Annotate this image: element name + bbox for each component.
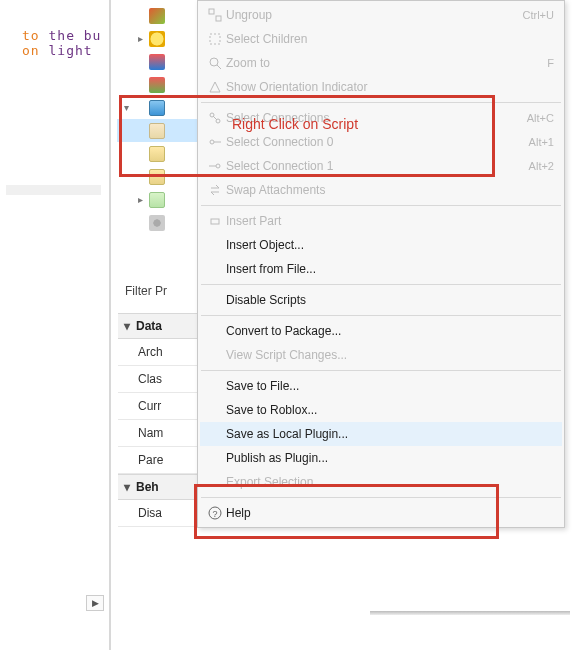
property-row[interactable]: Clas: [118, 366, 208, 393]
property-row[interactable]: Pare: [118, 447, 208, 474]
chevron-right-icon[interactable]: ▸: [135, 194, 146, 205]
svg-rect-1: [216, 16, 221, 21]
svg-text:?: ?: [212, 509, 217, 519]
blank-icon: [204, 347, 226, 363]
menu-item-show-orientation: Show Orientation Indicator: [200, 75, 562, 99]
menu-label: Select Connections: [226, 111, 519, 125]
property-row[interactable]: Nam: [118, 420, 208, 447]
menu-item-select-connection-1: Select Connection 1 Alt+2: [200, 154, 562, 178]
blank-icon: [204, 323, 226, 339]
menu-shortcut: F: [539, 57, 554, 69]
collapse-handle[interactable]: ▶: [86, 595, 104, 611]
menu-shortcut: Alt+2: [521, 160, 554, 172]
menu-item-insert-part: Insert Part: [200, 209, 562, 233]
code-editor-snippet: to the bu on light: [22, 28, 101, 58]
menu-item-export-selection: Export Selection...: [200, 470, 562, 494]
property-row[interactable]: Arch: [118, 339, 208, 366]
editor-grey-strip: [6, 185, 101, 195]
gear-icon: [149, 215, 165, 231]
property-row[interactable]: Disa: [118, 500, 208, 527]
property-row[interactable]: Curr: [118, 393, 208, 420]
connection1-icon: [204, 158, 226, 174]
tree-item[interactable]: ▸: [117, 188, 207, 211]
properties-panel: ▾Data Arch Clas Curr Nam Pare ▾Beh Disa: [118, 313, 208, 527]
menu-shadow: [370, 611, 570, 615]
blank-icon: [204, 237, 226, 253]
menu-item-convert-to-package[interactable]: Convert to Package...: [200, 319, 562, 343]
select-children-icon: [204, 31, 226, 47]
menu-shortcut: Alt+C: [519, 112, 554, 124]
svg-line-4: [217, 65, 221, 69]
tree-item[interactable]: [117, 4, 207, 27]
blank-icon: [204, 378, 226, 394]
menu-label: Ungroup: [226, 8, 515, 22]
property-section[interactable]: ▾Data: [118, 313, 208, 339]
menu-item-ungroup: Ungroup Ctrl+U: [200, 3, 562, 27]
property-section[interactable]: ▾Beh: [118, 474, 208, 500]
svg-rect-0: [209, 9, 214, 14]
blank-icon: [204, 474, 226, 490]
panel-divider: [109, 0, 111, 650]
menu-label: Select Connection 0: [226, 135, 521, 149]
tree-item[interactable]: ▾: [117, 96, 207, 119]
folder-icon: [149, 146, 165, 162]
connection0-icon: [204, 134, 226, 150]
menu-label: Swap Attachments: [226, 183, 554, 197]
menu-separator: [201, 370, 561, 371]
menu-shortcut: Ctrl+U: [515, 9, 554, 21]
folder-icon: [149, 192, 165, 208]
screen-icon: [149, 100, 165, 116]
tree-item[interactable]: [117, 73, 207, 96]
svg-point-8: [210, 140, 214, 144]
script-icon: [149, 123, 165, 139]
menu-item-save-to-file[interactable]: Save to File...: [200, 374, 562, 398]
menu-label: Show Orientation Indicator: [226, 80, 554, 94]
svg-line-7: [213, 116, 217, 120]
menu-label: Convert to Package...: [226, 324, 554, 338]
menu-separator: [201, 102, 561, 103]
menu-label: Publish as Plugin...: [226, 451, 554, 465]
menu-item-save-as-local-plugin[interactable]: Save as Local Plugin...: [200, 422, 562, 446]
menu-item-select-connections: Select Connections Alt+C: [200, 106, 562, 130]
box-icon: [149, 54, 165, 70]
blank-icon: [204, 402, 226, 418]
filter-properties-input[interactable]: Filter Pr: [125, 284, 167, 298]
people-icon: [149, 8, 165, 24]
menu-separator: [201, 315, 561, 316]
menu-label: Select Children: [226, 32, 554, 46]
menu-item-insert-object[interactable]: Insert Object...: [200, 233, 562, 257]
menu-item-insert-from-file[interactable]: Insert from File...: [200, 257, 562, 281]
menu-separator: [201, 205, 561, 206]
blank-icon: [204, 292, 226, 308]
blank-icon: [204, 426, 226, 442]
menu-item-disable-scripts[interactable]: Disable Scripts: [200, 288, 562, 312]
tree-item[interactable]: [117, 50, 207, 73]
menu-item-save-to-roblox[interactable]: Save to Roblox...: [200, 398, 562, 422]
menu-item-view-script-changes: View Script Changes...: [200, 343, 562, 367]
menu-item-publish-as-plugin[interactable]: Publish as Plugin...: [200, 446, 562, 470]
swap-icon: [204, 182, 226, 198]
blank-icon: [204, 450, 226, 466]
context-menu: Ungroup Ctrl+U Select Children Zoom to F…: [197, 0, 565, 528]
section-label: Data: [136, 319, 162, 333]
bulb-icon: [149, 31, 165, 47]
menu-label: Export Selection...: [226, 475, 554, 489]
menu-item-help[interactable]: ? Help: [200, 501, 562, 525]
tree-item-selected[interactable]: [117, 119, 207, 142]
menu-label: Select Connection 1: [226, 159, 521, 173]
tree-item[interactable]: [117, 165, 207, 188]
chevron-down-icon[interactable]: ▾: [121, 102, 132, 113]
tree-item[interactable]: ▸: [117, 27, 207, 50]
tree-item[interactable]: [117, 211, 207, 234]
menu-item-select-children: Select Children: [200, 27, 562, 51]
orientation-icon: [204, 79, 226, 95]
menu-item-swap-attachments: Swap Attachments: [200, 178, 562, 202]
menu-label: Insert Object...: [226, 238, 554, 252]
svg-rect-2: [210, 34, 220, 44]
insert-part-icon: [204, 213, 226, 229]
help-icon: ?: [204, 505, 226, 521]
connections-icon: [204, 110, 226, 126]
tree-item[interactable]: [117, 142, 207, 165]
menu-label: Insert from File...: [226, 262, 554, 276]
chevron-right-icon[interactable]: ▸: [135, 33, 146, 44]
